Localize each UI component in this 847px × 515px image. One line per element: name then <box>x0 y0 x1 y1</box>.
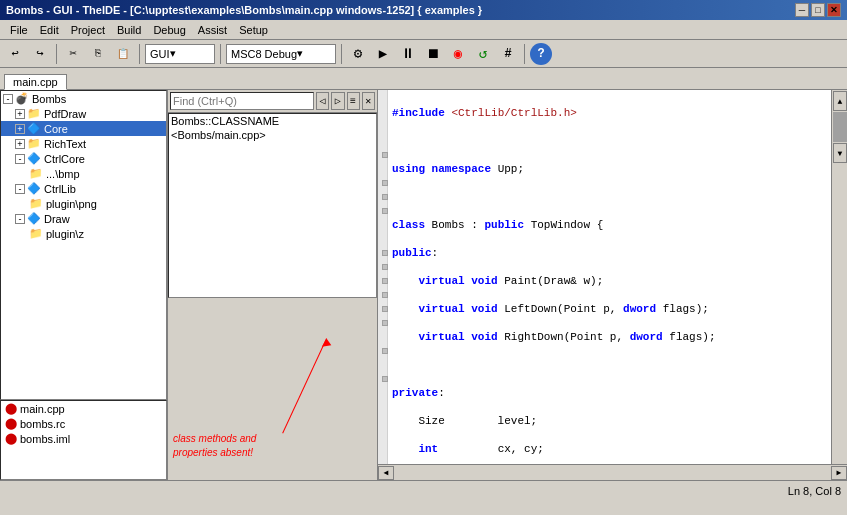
code-line-13: int cx, cy; <box>392 442 827 456</box>
file-label: <Bombs/main.cpp> <box>171 129 266 141</box>
expand-bombs[interactable]: - <box>3 94 13 104</box>
menu-build[interactable]: Build <box>111 23 147 37</box>
search-next-button[interactable]: ▷ <box>331 92 344 110</box>
tab-main-cpp[interactable]: main.cpp <box>4 74 67 90</box>
tree-item-draw[interactable]: - 🔷 Draw <box>1 211 166 226</box>
file-label-bombs-iml: bombs.iml <box>20 433 70 445</box>
maximize-button[interactable]: □ <box>811 3 825 17</box>
tree-item-bmp[interactable]: 📁 ...\bmp <box>1 166 166 181</box>
file-label-bombs-rc: bombs.rc <box>20 418 65 430</box>
help-button[interactable]: ? <box>530 43 552 65</box>
left-panel: - 💣 Bombs + 📁 PdfDraw + 🔷 Core + 📁 RichT… <box>0 90 168 480</box>
file-bombs-rc[interactable]: ⬤ bombs.rc <box>1 416 166 431</box>
build-button-4[interactable]: ⏹ <box>422 43 444 65</box>
file-main-cpp[interactable]: ⬤ main.cpp <box>1 401 166 416</box>
build-button-3[interactable]: ⏸ <box>397 43 419 65</box>
tree-item-core[interactable]: + 🔷 Core <box>1 121 166 136</box>
menu-edit[interactable]: Edit <box>34 23 65 37</box>
expand-ctrlcore[interactable]: - <box>15 154 25 164</box>
middle-panel: ◁ ▷ ≡ ✕ Bombs::CLASSNAME <Bombs/main.cpp… <box>168 90 378 480</box>
cube-icon-ctrllib: 🔷 <box>27 182 41 195</box>
cpp-file-icon: ⬤ <box>5 402 17 415</box>
menu-setup[interactable]: Setup <box>233 23 274 37</box>
expand-pdfdraw[interactable]: + <box>15 109 25 119</box>
paste-button[interactable]: 📋 <box>112 43 134 65</box>
menu-bar: File Edit Project Build Debug Assist Set… <box>0 20 847 40</box>
code-editor[interactable]: #include <CtrlLib/CtrlLib.h> using names… <box>378 90 847 480</box>
file-label-main-cpp: main.cpp <box>20 403 65 415</box>
file-list[interactable]: ⬤ main.cpp ⬤ bombs.rc ⬤ bombs.iml <box>0 400 167 480</box>
code-line-8: virtual void LeftDown(Point p, dword fla… <box>392 302 827 316</box>
tree-item-ctrllib[interactable]: - 🔷 CtrlLib <box>1 181 166 196</box>
build-button-2[interactable]: ▶ <box>372 43 394 65</box>
gui-dropdown[interactable]: GUI▾ <box>145 44 215 64</box>
file-bombs-iml[interactable]: ⬤ bombs.iml <box>1 431 166 446</box>
search-prev-button[interactable]: ◁ <box>316 92 329 110</box>
menu-file[interactable]: File <box>4 23 34 37</box>
cube-icon-core: 🔷 <box>27 122 41 135</box>
code-line-12: Size level; <box>392 414 827 428</box>
tree-item-ctrlcore[interactable]: - 🔷 CtrlCore <box>1 151 166 166</box>
hash-button[interactable]: # <box>497 43 519 65</box>
menu-project[interactable]: Project <box>65 23 111 37</box>
expand-draw[interactable]: - <box>15 214 25 224</box>
expand-core[interactable]: + <box>15 124 25 134</box>
close-button[interactable]: ✕ <box>827 3 841 17</box>
copy-button[interactable]: ⎘ <box>87 43 109 65</box>
scrollbar-left-button[interactable]: ◀ <box>378 466 394 480</box>
scrollbar-right-button[interactable]: ▶ <box>831 466 847 480</box>
window-controls: ─ □ ✕ <box>795 3 841 17</box>
assistant-tree[interactable]: Bombs::CLASSNAME <Bombs/main.cpp> <box>168 113 377 298</box>
tab-bar: main.cpp <box>0 68 847 90</box>
horizontal-scrollbar[interactable]: ◀ ▶ <box>378 464 847 480</box>
vertical-scrollbar[interactable]: ▲ ▼ <box>831 90 847 464</box>
search-input[interactable] <box>170 92 314 110</box>
assistant-item-file[interactable]: <Bombs/main.cpp> <box>169 128 376 142</box>
expand-richtext[interactable]: + <box>15 139 25 149</box>
code-text[interactable]: #include <CtrlLib/CtrlLib.h> using names… <box>388 90 831 464</box>
scrollbar-down-button[interactable]: ▼ <box>833 143 847 163</box>
code-line-4 <box>392 190 827 204</box>
line-numbers <box>378 90 388 464</box>
svg-marker-1 <box>322 338 331 346</box>
undo-button[interactable]: ↩ <box>4 43 26 65</box>
stop-button[interactable]: ◉ <box>447 43 469 65</box>
folder-icon-pluginpng: 📁 <box>29 197 43 210</box>
refresh-button[interactable]: ↺ <box>472 43 494 65</box>
cursor-position: Ln 8, Col 8 <box>788 485 841 497</box>
annotation-area: class methods and properties absent! <box>168 298 377 481</box>
expand-ctrllib[interactable]: - <box>15 184 25 194</box>
tree-label-core: Core <box>44 123 68 135</box>
title-text: Bombs - GUI - TheIDE - [C:\upptest\examp… <box>6 4 482 16</box>
svg-line-0 <box>283 338 327 433</box>
tree-item-pluginpng[interactable]: 📁 plugin\png <box>1 196 166 211</box>
tree-item-bombs[interactable]: - 💣 Bombs <box>1 91 166 106</box>
menu-debug[interactable]: Debug <box>147 23 191 37</box>
cube-icon-draw: 🔷 <box>27 212 41 225</box>
scrollbar-up-button[interactable]: ▲ <box>833 91 847 111</box>
title-bar: Bombs - GUI - TheIDE - [C:\upptest\examp… <box>0 0 847 20</box>
code-line-6: public: <box>392 246 827 260</box>
search-options-button[interactable]: ≡ <box>347 92 360 110</box>
menu-assist[interactable]: Assist <box>192 23 233 37</box>
tree-item-pdfdraw[interactable]: + 📁 PdfDraw <box>1 106 166 121</box>
project-tree[interactable]: - 💣 Bombs + 📁 PdfDraw + 🔷 Core + 📁 RichT… <box>0 90 167 400</box>
tree-item-richtext[interactable]: + 📁 RichText <box>1 136 166 151</box>
bomb-icon: 💣 <box>15 92 29 105</box>
toolbar: ↩ ↪ ✂ ⎘ 📋 GUI▾ MSC8 Debug▾ ⚙ ▶ ⏸ ⏹ ◉ ↺ #… <box>0 40 847 68</box>
build-button-1[interactable]: ⚙ <box>347 43 369 65</box>
tree-label-ctrllib: CtrlLib <box>44 183 76 195</box>
redo-button[interactable]: ↪ <box>29 43 51 65</box>
minimize-button[interactable]: ─ <box>795 3 809 17</box>
scrollbar-thumb[interactable] <box>833 112 847 142</box>
toolbar-separator-3 <box>220 44 221 64</box>
search-close-button[interactable]: ✕ <box>362 92 375 110</box>
code-line-3: using namespace Upp; <box>392 162 827 176</box>
scrollbar-track <box>396 467 829 479</box>
cut-button[interactable]: ✂ <box>62 43 84 65</box>
iml-file-icon: ⬤ <box>5 432 17 445</box>
assistant-item-classname[interactable]: Bombs::CLASSNAME <box>169 114 376 128</box>
status-bar: Ln 8, Col 8 <box>0 480 847 500</box>
debug-dropdown[interactable]: MSC8 Debug▾ <box>226 44 336 64</box>
tree-item-pluginz[interactable]: 📁 plugin\z <box>1 226 166 241</box>
